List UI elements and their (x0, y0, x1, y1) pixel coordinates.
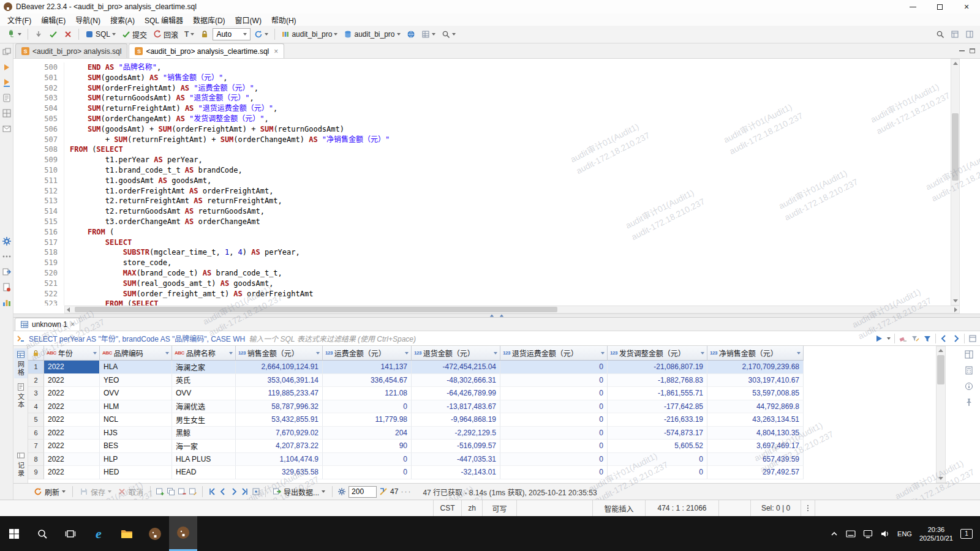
network-icon[interactable] (863, 530, 873, 538)
layout-button[interactable] (963, 29, 976, 40)
column-filter-caret[interactable] (494, 352, 497, 354)
table-cell[interactable]: 336,454.67 (323, 374, 412, 388)
duplicate-row-icon[interactable] (167, 487, 175, 496)
execute-statement-button[interactable] (32, 29, 45, 40)
table-cell[interactable]: -516,099.57 (412, 440, 500, 453)
add-row-icon[interactable] (156, 487, 164, 496)
table-cell[interactable]: 1,104,474.9 (236, 453, 323, 467)
rollback-button[interactable]: 回滚 (151, 28, 181, 41)
table-cell[interactable]: 英氏 (172, 374, 236, 388)
editor-results-splitter[interactable] (13, 313, 980, 318)
table-cell[interactable]: 53,597,008.85 (707, 387, 804, 400)
table-cell[interactable]: -21,086,807.19 (608, 361, 707, 374)
table-cell[interactable]: -1,882,768.83 (608, 374, 707, 388)
row-number[interactable]: 3 (28, 387, 44, 400)
filter-input-placeholder[interactable]: 输入一个 SQL 表达式来过滤结果 (使用 Ctrl+Space) (249, 333, 416, 343)
column-header[interactable]: ABC年份 (44, 346, 100, 361)
menu-item[interactable]: 文件(F) (2, 13, 36, 26)
column-filter-caret[interactable] (797, 352, 801, 354)
back-arrow-icon[interactable] (940, 334, 948, 343)
table-cell[interactable]: 58,787,996.32 (236, 400, 323, 414)
grid-vertical-scrollbar[interactable] (936, 346, 946, 483)
collapse-up-icon[interactable] (500, 315, 503, 317)
stop-button[interactable] (61, 29, 75, 40)
row-number[interactable]: 8 (28, 453, 44, 467)
value-panel-icon[interactable] (964, 350, 974, 359)
minimize-editor-icon[interactable] (959, 50, 965, 51)
start-button[interactable] (0, 516, 28, 551)
filter-query-text[interactable]: SELECT perYear AS "年份", brandCode AS "品牌… (29, 333, 245, 343)
table-cell[interactable]: HLA PLUS (172, 453, 236, 467)
touch-keyboard-icon[interactable] (846, 530, 856, 538)
projects-icon[interactable] (2, 78, 12, 88)
table-cell[interactable]: 353,046,391.14 (236, 374, 323, 388)
input-language-indicator[interactable]: ENG (897, 530, 912, 538)
calc-panel-icon[interactable] (964, 365, 974, 375)
code-line[interactable]: FROM (SELECT (70, 299, 980, 305)
row-number[interactable]: 2 (28, 374, 44, 388)
column-filter-caret[interactable] (601, 352, 605, 354)
table-cell[interactable]: 657,439.59 (707, 453, 804, 467)
table-cell[interactable]: OVV (172, 387, 236, 400)
table-cell[interactable]: 2022 (44, 400, 100, 414)
apply-filter-play-icon[interactable] (875, 334, 883, 343)
editor-tab-analysis-cleartime[interactable]: S <audit_bi_pro> analysis_cleartime.sql … (129, 43, 284, 58)
fetch-all-icon[interactable] (241, 487, 249, 496)
edit-value-icon[interactable] (189, 487, 197, 496)
table-cell[interactable]: 2022 (44, 466, 100, 479)
maximize-panel-icon[interactable] (968, 334, 977, 343)
table-cell[interactable]: 119,885,233.47 (236, 387, 323, 400)
next-page-icon[interactable] (230, 487, 238, 496)
close-tab-icon[interactable]: × (70, 320, 75, 329)
grid-corner-cell[interactable] (28, 346, 44, 361)
restore-panes-icon[interactable] (2, 47, 12, 57)
filter-history-caret[interactable] (887, 337, 891, 340)
code-line[interactable]: SUM(goodsAmt) + SUM(orderFreightAmt) + S… (70, 124, 980, 135)
table-cell[interactable]: -447,035.31 (412, 453, 500, 467)
table-row[interactable]: 12022HLA海澜之家2,664,109,124.91141,137-472,… (28, 361, 804, 374)
table-cell[interactable]: 2022 (44, 440, 100, 453)
table-cell[interactable]: -1,861,555.71 (608, 387, 707, 400)
bookmarks-icon[interactable] (2, 93, 12, 103)
notification-center-icon[interactable]: 1 (960, 529, 973, 539)
erase-filter-icon[interactable] (899, 334, 907, 343)
export-result-icon[interactable] (2, 267, 12, 277)
row-number[interactable]: 5 (28, 413, 44, 427)
table-cell[interactable]: -13,817,483.67 (412, 400, 500, 414)
grid-view-tab[interactable]: 网格 (14, 348, 28, 378)
script-error-icon[interactable] (2, 282, 12, 292)
db-navigator-icon[interactable] (2, 62, 12, 72)
row-number[interactable]: 9 (28, 466, 44, 479)
table-cell[interactable]: 7,670,929.02 (236, 427, 323, 440)
datasource-select[interactable]: audit_bi_pro (279, 29, 340, 40)
table-cell[interactable]: 2022 (44, 427, 100, 440)
autocommit-select[interactable]: Auto (213, 28, 251, 40)
column-filter-caret[interactable] (165, 352, 169, 354)
table-cell[interactable]: 5,605.52 (608, 440, 707, 453)
fetch-size-input[interactable] (349, 486, 377, 498)
commit-button[interactable]: 提交 (119, 28, 149, 41)
table-cell[interactable]: 0 (500, 427, 608, 440)
scrollbar-thumb[interactable] (952, 113, 959, 181)
code-line[interactable]: SUM(orderChangeAmt) AS "发货调整金额（元）", (70, 114, 980, 124)
table-cell[interactable]: -64,426,789.99 (412, 387, 500, 400)
row-number[interactable]: 4 (28, 400, 44, 414)
volume-icon[interactable] (880, 530, 890, 538)
execute-check-button[interactable] (47, 29, 60, 40)
table-cell[interactable]: 0 (500, 440, 608, 453)
table-cell[interactable]: 0 (500, 466, 608, 479)
table-cell[interactable]: 0 (500, 400, 608, 414)
column-filter-caret[interactable] (316, 352, 320, 354)
grid-view-icon[interactable] (2, 108, 12, 118)
edit-filter-icon[interactable] (911, 334, 919, 343)
metadata-panel-icon[interactable] (964, 381, 974, 391)
table-row[interactable]: 52022NCL男生女生53,432,855.9111,779.98-9,964… (28, 413, 804, 427)
code-line[interactable]: SUBSTR(mgclear_time_t, 1, 4) AS perYear, (70, 247, 980, 258)
globe-button[interactable] (404, 29, 418, 40)
mail-icon[interactable] (2, 124, 12, 133)
sql-menu-button[interactable]: SQL (83, 29, 118, 40)
table-cell[interactable]: 2022 (44, 413, 100, 427)
grid-mode-button[interactable] (419, 29, 438, 40)
more-options[interactable]: ··· (401, 487, 412, 496)
table-cell[interactable]: 海澜优选 (172, 400, 236, 414)
